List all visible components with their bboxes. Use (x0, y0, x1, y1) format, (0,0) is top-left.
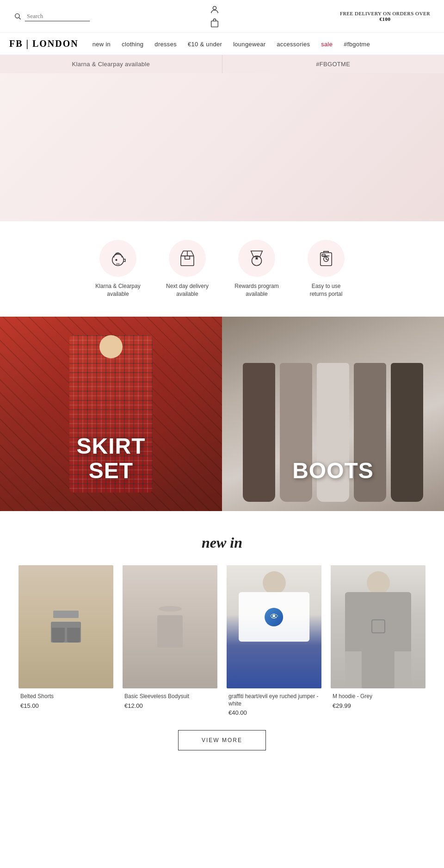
returns-icon (316, 249, 336, 268)
product-price-3: €29.99 (333, 702, 424, 709)
search-input[interactable] (25, 12, 90, 21)
product-image-0 (18, 565, 113, 689)
view-more-container: VIEW MORE (18, 716, 426, 774)
feature-rewards-label: Rewards program available (234, 282, 280, 298)
svg-point-0 (15, 14, 19, 18)
product-name-3: M hoodie - Grey (333, 693, 424, 700)
feature-delivery-label: Next day delivery available (164, 282, 210, 298)
product-img-jumper: 👁 (227, 565, 321, 689)
hero-banner[interactable] (0, 73, 444, 221)
product-price-1: €12.00 (124, 702, 216, 709)
box-icon (178, 249, 197, 268)
product-info-2: graffiti heart/evil eye ruched jumper - … (227, 688, 321, 716)
utility-icons (210, 5, 220, 28)
product-img-belted (18, 565, 113, 689)
nav-item-under[interactable]: €10 & under (188, 41, 222, 48)
feature-rewards: Rewards program available (234, 240, 280, 298)
product-card-2[interactable]: 👁 graffiti heart/evil eye ruched jumper … (227, 565, 321, 717)
feature-returns: Easy to use returns portal (303, 240, 349, 298)
nav-links: new in clothing dresses €10 & under loun… (92, 40, 370, 48)
account-icon[interactable] (210, 5, 220, 15)
svg-rect-10 (322, 254, 325, 256)
product-name-2: graffiti heart/evil eye ruched jumper - … (228, 693, 320, 707)
view-more-button[interactable]: VIEW MORE (178, 730, 266, 750)
product-info-0: Belted Shorts €15.00 (18, 688, 113, 709)
category-banners: SKIRT SET BOOTS (0, 317, 444, 511)
search-icon (14, 12, 21, 20)
new-in-title: new in (18, 534, 426, 551)
product-name-0: Belted Shorts (20, 693, 111, 700)
product-info-3: M hoodie - Grey €29.99 (331, 688, 426, 709)
nav-item-accessories[interactable]: accessories (277, 41, 310, 48)
product-image-1 (123, 565, 217, 689)
utility-bar: FREE DELIVERY ON ORDERS OVER €100 (0, 0, 444, 33)
features-row: Klarna & Clearpay available Next day del… (0, 221, 444, 317)
boots-banner[interactable]: BOOTS (222, 317, 444, 511)
skirt-set-label: SKIRT SET (77, 434, 146, 483)
feature-returns-label: Easy to use returns portal (303, 282, 349, 298)
bag-icon[interactable] (210, 18, 220, 28)
delivery-notice: FREE DELIVERY ON ORDERS OVER €100 (340, 11, 430, 22)
product-img-bodysuit (123, 565, 217, 689)
svg-rect-3 (211, 21, 218, 27)
search-area (14, 12, 90, 21)
svg-point-5 (116, 259, 117, 261)
products-grid: Belted Shorts €15.00 Basic Sleeveless Bo… (18, 565, 426, 717)
feature-klarna-label: Klarna & Clearpay available (95, 282, 141, 298)
returns-icon-circle (308, 240, 345, 277)
product-price-2: €40.00 (228, 709, 320, 716)
nav-item-new-in[interactable]: new in (92, 41, 111, 48)
nav-item-hashtag[interactable]: #fbgotme (344, 41, 370, 48)
product-image-3 (331, 565, 426, 689)
nav-item-clothing[interactable]: clothing (122, 41, 143, 48)
promo-banner: Klarna & Clearpay available #FBGOTME (0, 55, 444, 73)
main-nav: FB | LONDON new in clothing dresses €10 … (0, 33, 444, 55)
product-card-3[interactable]: M hoodie - Grey €29.99 (331, 565, 426, 717)
product-image-2: 👁 (227, 565, 321, 689)
svg-line-1 (19, 18, 21, 19)
nav-item-loungewear[interactable]: loungewear (233, 41, 265, 48)
product-img-hoodie (331, 565, 426, 689)
feature-delivery: Next day delivery available (164, 240, 210, 298)
product-card-1[interactable]: Basic Sleeveless Bodysuit €12.00 (123, 565, 217, 717)
medal-icon (247, 249, 266, 268)
product-info-1: Basic Sleeveless Bodysuit €12.00 (123, 688, 217, 709)
boots-label: BOOTS (292, 459, 374, 483)
nav-item-dresses[interactable]: dresses (154, 41, 177, 48)
skirt-set-banner[interactable]: SKIRT SET (0, 317, 222, 511)
svg-rect-6 (181, 256, 194, 266)
klarna-icon-circle (99, 240, 136, 277)
feature-klarna: Klarna & Clearpay available (95, 240, 141, 298)
product-name-1: Basic Sleeveless Bodysuit (124, 693, 216, 700)
promo-klarna: Klarna & Clearpay available (0, 55, 222, 73)
logo[interactable]: FB | LONDON (9, 38, 79, 49)
rewards-icon-circle (238, 240, 275, 277)
svg-point-2 (213, 6, 216, 10)
new-in-section: new in Belted Shorts €15.00 (0, 511, 444, 793)
delivery-icon-circle (169, 240, 206, 277)
promo-fbgotme: #FBGOTME (222, 55, 444, 73)
product-price-0: €15.00 (20, 702, 111, 709)
product-card-0[interactable]: Belted Shorts €15.00 (18, 565, 113, 717)
piggy-bank-icon (108, 249, 128, 268)
nav-item-sale[interactable]: sale (321, 41, 333, 48)
